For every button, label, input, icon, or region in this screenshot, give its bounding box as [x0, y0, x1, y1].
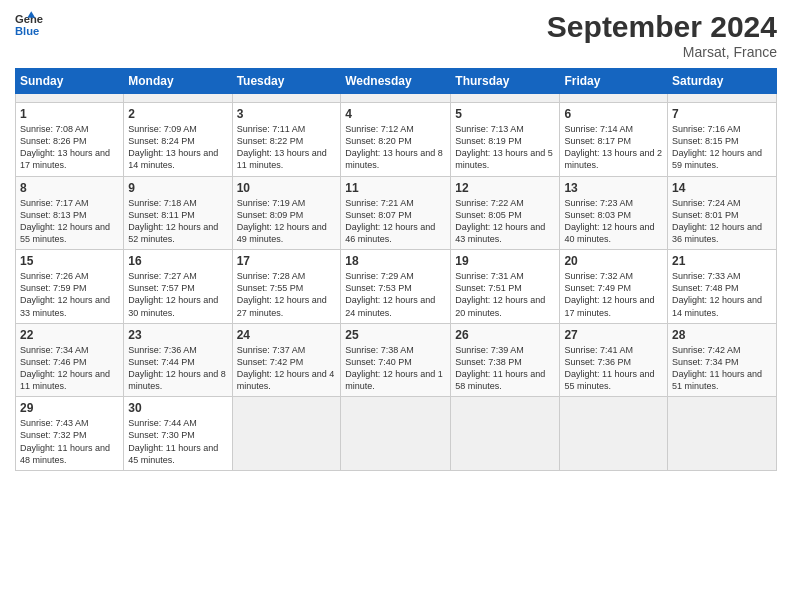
calendar-header-row: Sunday Monday Tuesday Wednesday Thursday… — [16, 69, 777, 94]
day-number: 30 — [128, 401, 227, 415]
calendar-cell: 17Sunrise: 7:28 AMSunset: 7:55 PMDayligh… — [232, 250, 341, 324]
day-number: 15 — [20, 254, 119, 268]
svg-text:General: General — [15, 13, 43, 25]
day-info: Sunrise: 7:36 AMSunset: 7:44 PMDaylight:… — [128, 344, 227, 393]
page: General Blue September 2024 Marsat, Fran… — [0, 0, 792, 612]
day-info: Sunrise: 7:16 AMSunset: 8:15 PMDaylight:… — [672, 123, 772, 172]
day-number: 12 — [455, 181, 555, 195]
month-year: September 2024 — [547, 10, 777, 44]
day-number: 2 — [128, 107, 227, 121]
day-number: 11 — [345, 181, 446, 195]
calendar-cell — [668, 94, 777, 103]
calendar-week-1: 1Sunrise: 7:08 AMSunset: 8:26 PMDaylight… — [16, 103, 777, 177]
col-wednesday: Wednesday — [341, 69, 451, 94]
calendar-cell — [341, 397, 451, 471]
calendar-cell: 12Sunrise: 7:22 AMSunset: 8:05 PMDayligh… — [451, 176, 560, 250]
calendar-cell: 2Sunrise: 7:09 AMSunset: 8:24 PMDaylight… — [124, 103, 232, 177]
calendar-cell: 29Sunrise: 7:43 AMSunset: 7:32 PMDayligh… — [16, 397, 124, 471]
calendar-cell: 5Sunrise: 7:13 AMSunset: 8:19 PMDaylight… — [451, 103, 560, 177]
day-info: Sunrise: 7:22 AMSunset: 8:05 PMDaylight:… — [455, 197, 555, 246]
calendar-cell — [451, 397, 560, 471]
day-info: Sunrise: 7:09 AMSunset: 8:24 PMDaylight:… — [128, 123, 227, 172]
logo: General Blue — [15, 10, 46, 38]
title-block: September 2024 Marsat, France — [547, 10, 777, 60]
calendar-cell — [451, 94, 560, 103]
day-info: Sunrise: 7:21 AMSunset: 8:07 PMDaylight:… — [345, 197, 446, 246]
day-number: 23 — [128, 328, 227, 342]
calendar-cell: 3Sunrise: 7:11 AMSunset: 8:22 PMDaylight… — [232, 103, 341, 177]
day-number: 28 — [672, 328, 772, 342]
day-info: Sunrise: 7:19 AMSunset: 8:09 PMDaylight:… — [237, 197, 337, 246]
day-number: 24 — [237, 328, 337, 342]
day-info: Sunrise: 7:29 AMSunset: 7:53 PMDaylight:… — [345, 270, 446, 319]
calendar-cell: 22Sunrise: 7:34 AMSunset: 7:46 PMDayligh… — [16, 323, 124, 397]
calendar-cell: 21Sunrise: 7:33 AMSunset: 7:48 PMDayligh… — [668, 250, 777, 324]
svg-text:Blue: Blue — [15, 25, 39, 37]
calendar-cell: 16Sunrise: 7:27 AMSunset: 7:57 PMDayligh… — [124, 250, 232, 324]
day-number: 7 — [672, 107, 772, 121]
calendar-cell: 14Sunrise: 7:24 AMSunset: 8:01 PMDayligh… — [668, 176, 777, 250]
calendar-cell: 30Sunrise: 7:44 AMSunset: 7:30 PMDayligh… — [124, 397, 232, 471]
calendar-cell: 13Sunrise: 7:23 AMSunset: 8:03 PMDayligh… — [560, 176, 668, 250]
calendar-cell — [124, 94, 232, 103]
calendar-cell — [341, 94, 451, 103]
day-info: Sunrise: 7:18 AMSunset: 8:11 PMDaylight:… — [128, 197, 227, 246]
day-number: 26 — [455, 328, 555, 342]
calendar-week-3: 15Sunrise: 7:26 AMSunset: 7:59 PMDayligh… — [16, 250, 777, 324]
calendar-cell: 24Sunrise: 7:37 AMSunset: 7:42 PMDayligh… — [232, 323, 341, 397]
col-saturday: Saturday — [668, 69, 777, 94]
day-number: 22 — [20, 328, 119, 342]
calendar-week-0 — [16, 94, 777, 103]
day-info: Sunrise: 7:11 AMSunset: 8:22 PMDaylight:… — [237, 123, 337, 172]
day-number: 8 — [20, 181, 119, 195]
day-number: 25 — [345, 328, 446, 342]
day-number: 17 — [237, 254, 337, 268]
calendar-cell: 9Sunrise: 7:18 AMSunset: 8:11 PMDaylight… — [124, 176, 232, 250]
day-info: Sunrise: 7:14 AMSunset: 8:17 PMDaylight:… — [564, 123, 663, 172]
day-number: 19 — [455, 254, 555, 268]
calendar-cell — [16, 94, 124, 103]
day-number: 5 — [455, 107, 555, 121]
day-number: 9 — [128, 181, 227, 195]
calendar-cell: 18Sunrise: 7:29 AMSunset: 7:53 PMDayligh… — [341, 250, 451, 324]
calendar-cell: 10Sunrise: 7:19 AMSunset: 8:09 PMDayligh… — [232, 176, 341, 250]
calendar-cell: 26Sunrise: 7:39 AMSunset: 7:38 PMDayligh… — [451, 323, 560, 397]
calendar-cell — [560, 397, 668, 471]
day-number: 29 — [20, 401, 119, 415]
day-number: 16 — [128, 254, 227, 268]
day-number: 20 — [564, 254, 663, 268]
day-info: Sunrise: 7:27 AMSunset: 7:57 PMDaylight:… — [128, 270, 227, 319]
calendar-table: Sunday Monday Tuesday Wednesday Thursday… — [15, 68, 777, 471]
header: General Blue September 2024 Marsat, Fran… — [15, 10, 777, 60]
day-number: 27 — [564, 328, 663, 342]
day-number: 14 — [672, 181, 772, 195]
calendar-cell: 15Sunrise: 7:26 AMSunset: 7:59 PMDayligh… — [16, 250, 124, 324]
col-friday: Friday — [560, 69, 668, 94]
day-info: Sunrise: 7:28 AMSunset: 7:55 PMDaylight:… — [237, 270, 337, 319]
col-sunday: Sunday — [16, 69, 124, 94]
calendar-cell: 28Sunrise: 7:42 AMSunset: 7:34 PMDayligh… — [668, 323, 777, 397]
calendar-cell: 7Sunrise: 7:16 AMSunset: 8:15 PMDaylight… — [668, 103, 777, 177]
day-info: Sunrise: 7:12 AMSunset: 8:20 PMDaylight:… — [345, 123, 446, 172]
day-number: 21 — [672, 254, 772, 268]
calendar-week-5: 29Sunrise: 7:43 AMSunset: 7:32 PMDayligh… — [16, 397, 777, 471]
day-number: 10 — [237, 181, 337, 195]
day-number: 18 — [345, 254, 446, 268]
day-number: 4 — [345, 107, 446, 121]
day-info: Sunrise: 7:38 AMSunset: 7:40 PMDaylight:… — [345, 344, 446, 393]
day-info: Sunrise: 7:26 AMSunset: 7:59 PMDaylight:… — [20, 270, 119, 319]
day-info: Sunrise: 7:17 AMSunset: 8:13 PMDaylight:… — [20, 197, 119, 246]
day-info: Sunrise: 7:32 AMSunset: 7:49 PMDaylight:… — [564, 270, 663, 319]
calendar-cell: 11Sunrise: 7:21 AMSunset: 8:07 PMDayligh… — [341, 176, 451, 250]
day-info: Sunrise: 7:33 AMSunset: 7:48 PMDaylight:… — [672, 270, 772, 319]
day-number: 3 — [237, 107, 337, 121]
calendar-cell: 8Sunrise: 7:17 AMSunset: 8:13 PMDaylight… — [16, 176, 124, 250]
calendar-cell — [232, 397, 341, 471]
day-info: Sunrise: 7:39 AMSunset: 7:38 PMDaylight:… — [455, 344, 555, 393]
location: Marsat, France — [547, 44, 777, 60]
calendar-week-2: 8Sunrise: 7:17 AMSunset: 8:13 PMDaylight… — [16, 176, 777, 250]
day-info: Sunrise: 7:24 AMSunset: 8:01 PMDaylight:… — [672, 197, 772, 246]
calendar-cell: 19Sunrise: 7:31 AMSunset: 7:51 PMDayligh… — [451, 250, 560, 324]
calendar-cell: 25Sunrise: 7:38 AMSunset: 7:40 PMDayligh… — [341, 323, 451, 397]
day-number: 6 — [564, 107, 663, 121]
